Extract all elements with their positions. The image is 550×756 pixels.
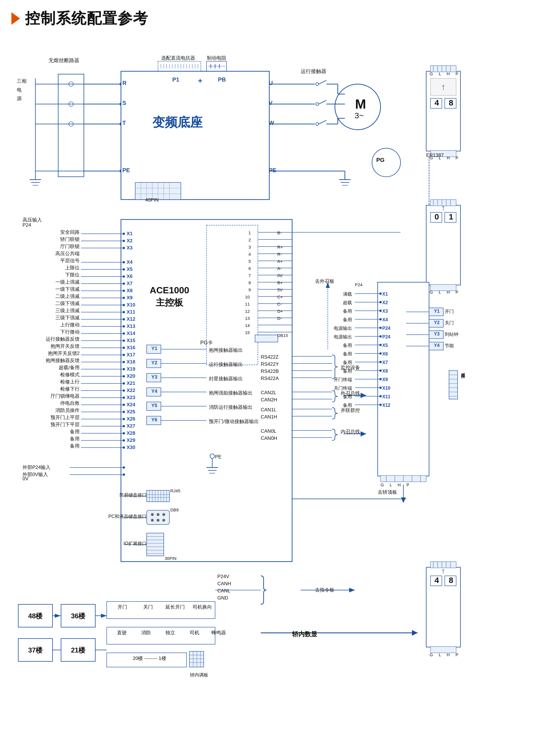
pe-label-input: PE	[122, 167, 130, 174]
can1h-label: CAN1H	[261, 414, 277, 420]
close-door-end-label: 关门终端	[315, 385, 352, 391]
svg-point-202	[123, 425, 125, 427]
x4-label: X4	[127, 259, 133, 265]
svg-point-179	[123, 261, 125, 263]
x20-label: X20	[127, 373, 135, 379]
cage-door-lock-label: 轿门联锁	[23, 236, 80, 243]
x10-label: X10	[127, 302, 135, 308]
close-door-out-label: 关门	[445, 320, 454, 326]
x8-label: X8	[127, 288, 133, 294]
svg-point-285	[380, 310, 382, 312]
svg-point-194	[123, 368, 125, 370]
x11-label: X11	[127, 309, 135, 315]
brake-contact-fb-label: 抱闸接触器反馈	[23, 357, 80, 364]
x15-label: X15	[127, 338, 135, 344]
x21-label: X21	[127, 381, 135, 386]
brake-resistor-label: 制动电阻	[205, 55, 228, 61]
y5-port: Y5	[147, 403, 161, 409]
svg-point-181	[123, 275, 125, 278]
svg-point-178	[123, 247, 125, 249]
svg-point-182	[123, 283, 125, 285]
floor-37-label: 37楼	[19, 646, 52, 655]
glhp-bot-label: G L H P	[430, 652, 461, 657]
hv-common-label: 高压公共端	[23, 250, 80, 257]
y5-label: 消防运行接触器输出	[209, 404, 252, 410]
cmd-canl-label: CANL	[217, 588, 230, 594]
driver-btn-label: 司机	[182, 629, 206, 636]
run-contactor-label: 运行接触器	[301, 68, 326, 75]
motor-subtitle: 3~	[348, 111, 371, 120]
y6-port: Y6	[147, 417, 161, 423]
level1-dn-decel-label: 一级下强减	[23, 286, 80, 292]
svg-point-197	[123, 389, 125, 392]
spare-x6-outer-label: 备用	[315, 351, 352, 357]
motor-m-label: M	[349, 96, 372, 112]
x29-label: X29	[127, 438, 135, 443]
svg-point-287	[380, 327, 382, 329]
glhp-mid-label: G L H P	[430, 290, 461, 294]
svg-point-196	[123, 382, 125, 385]
spare-x5-outer-label: 备用	[315, 343, 352, 349]
level1-up-decel-label: 一级上强减	[23, 279, 80, 285]
close-btn-label: 关门	[135, 604, 161, 610]
pin-c-minus: C-	[277, 302, 282, 306]
inner-bus-label: 内召总线	[341, 428, 360, 435]
y2-label: 运行接触器输出	[209, 361, 243, 368]
spare-x8-outer-label: 备用	[315, 368, 352, 374]
encoder-top-4: 4	[431, 98, 443, 107]
dc-reactor-label: 选配直流电抗器	[155, 55, 201, 61]
svg-point-257	[162, 519, 165, 522]
out-x1-label: X1	[382, 292, 388, 297]
x7-label: X7	[127, 281, 133, 286]
db15-label: DB15	[277, 333, 288, 338]
p24-left-label: P24	[23, 222, 31, 228]
pin-15: 15	[245, 330, 250, 335]
buzzer-btn-label: 蜂鸣器	[206, 629, 231, 636]
glhp-outer-bottom: G L H P	[381, 482, 412, 487]
spare1-x28-label: 备用	[23, 428, 80, 435]
ace1000-title: ACE1000	[141, 285, 198, 296]
can0l-label: CAN0L	[261, 428, 277, 434]
pin-11: 11	[245, 302, 250, 306]
svg-point-253	[157, 513, 159, 516]
pe-bottom-label: PE	[215, 454, 222, 460]
x30-label: X30	[127, 445, 135, 450]
svg-point-283	[380, 292, 382, 295]
svg-rect-30	[158, 61, 201, 71]
rs422a-label: RS422A	[261, 376, 279, 381]
svg-rect-91	[431, 66, 456, 72]
rj45-label: RJ45	[170, 488, 180, 493]
x13-label: X13	[127, 324, 135, 329]
p24-outer-label: P24	[355, 282, 363, 287]
driver-dir-label: 司机换向	[189, 604, 215, 610]
w-label: W	[269, 120, 274, 126]
y3-port: Y3	[147, 374, 161, 380]
svg-point-284	[380, 301, 382, 303]
pin-c-plus: C+	[277, 294, 283, 299]
pin-d-plus: D+	[277, 309, 283, 314]
svg-point-189	[123, 332, 125, 335]
direct-btn-label: 直驶	[109, 629, 134, 636]
svg-point-184	[123, 297, 125, 299]
x9-label: X9	[127, 295, 133, 301]
pre-open-dn-label: 预开门下平层	[23, 421, 80, 428]
pin-a-plus: A+	[277, 259, 283, 264]
svg-point-199	[123, 404, 125, 406]
can0h-label: CAN0H	[261, 436, 277, 441]
x16-label: X16	[127, 345, 135, 351]
svg-point-289	[380, 344, 382, 346]
encoder-mid-0: 0	[431, 212, 443, 221]
title-arrow-icon	[11, 12, 20, 25]
rs422y-label: RS422Y	[261, 361, 279, 367]
floor-range-label: 20楼 -------- 1楼	[109, 655, 189, 662]
out-y4-port: Y4	[430, 343, 444, 348]
pin-10: 10	[245, 294, 250, 299]
level2-dn-decel-label: 二级下强减	[23, 300, 80, 307]
svg-point-203	[123, 432, 125, 434]
spare-x11-outer-label: 备用	[315, 394, 352, 400]
db9-label: DB9	[170, 507, 178, 512]
svg-rect-10	[58, 74, 84, 177]
svg-point-296	[380, 404, 382, 406]
pin-6: 6	[248, 266, 251, 271]
u-label: U	[269, 80, 273, 86]
